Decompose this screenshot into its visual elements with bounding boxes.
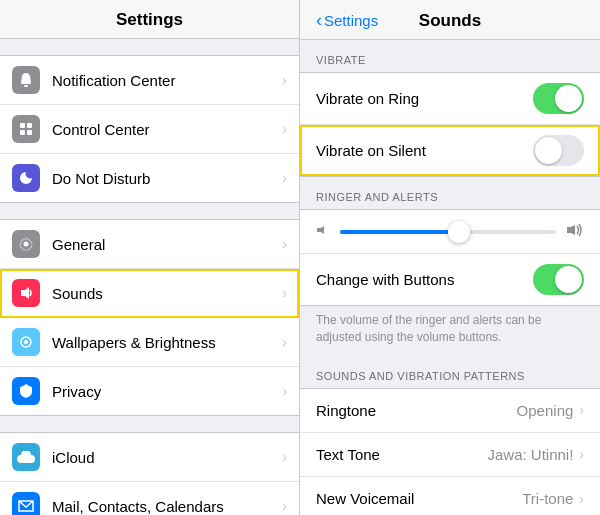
chevron-icon: › (282, 236, 287, 252)
chevron-icon: › (579, 402, 584, 418)
sidebar-item-general[interactable]: General › (0, 220, 299, 269)
svg-marker-7 (21, 287, 29, 299)
general-icon (12, 230, 40, 258)
left-title: Settings (116, 10, 183, 29)
sidebar-item-control-center[interactable]: Control Center › (0, 105, 299, 154)
chevron-icon: › (282, 72, 287, 88)
svg-rect-1 (24, 85, 28, 87)
new-voicemail-value: Tri-tone (522, 490, 573, 507)
icloud-icon (12, 443, 40, 471)
left-panel: Settings Notification Center › (0, 0, 300, 515)
new-voicemail-item[interactable]: New Voicemail Tri-tone › (300, 477, 600, 515)
chevron-icon: › (579, 446, 584, 462)
vibrate-silent-toggle[interactable] (533, 135, 584, 166)
volume-low-icon (316, 223, 330, 240)
slider-thumb (448, 221, 470, 243)
icloud-label: iCloud (52, 449, 282, 466)
sounds-icon (12, 279, 40, 307)
text-tone-label: Text Tone (316, 446, 487, 463)
privacy-label: Privacy (52, 383, 282, 400)
vibrate-silent-item: Vibrate on Silent (300, 125, 600, 176)
vibrate-ring-label: Vibrate on Ring (316, 90, 533, 107)
patterns-group: Ringtone Opening › Text Tone Jawa: Utinn… (300, 388, 600, 515)
settings-group-2: General › Sounds › Wallpapers & Brightne… (0, 219, 299, 416)
mail-label: Mail, Contacts, Calendars (52, 498, 282, 515)
sidebar-item-sounds[interactable]: Sounds › (0, 269, 299, 318)
vibrate-group: Vibrate on Ring Vibrate on Silent (300, 72, 600, 177)
toggle-knob (535, 137, 562, 164)
settings-group-3: iCloud › Mail, Contacts, Calendars › (0, 432, 299, 515)
text-tone-value: Jawa: Utinni! (487, 446, 573, 463)
vibrate-ring-toggle[interactable] (533, 83, 584, 114)
ringtone-item[interactable]: Ringtone Opening › (300, 389, 600, 433)
sidebar-item-notification-center[interactable]: Notification Center › (0, 56, 299, 105)
vibrate-silent-label: Vibrate on Silent (316, 142, 533, 159)
sounds-label: Sounds (52, 285, 282, 302)
notification-center-icon (12, 66, 40, 94)
svg-marker-16 (567, 225, 575, 235)
ringer-section-label: RINGER AND ALERTS (300, 177, 600, 209)
settings-group-1: Notification Center › Control Center › (0, 55, 299, 203)
privacy-icon (12, 377, 40, 405)
vibrate-section-label: VIBRATE (300, 40, 600, 72)
mail-icon (12, 492, 40, 515)
left-header: Settings (0, 0, 299, 39)
toggle-knob (555, 85, 582, 112)
chevron-icon: › (579, 491, 584, 507)
sidebar-item-icloud[interactable]: iCloud › (0, 433, 299, 482)
wallpapers-icon (12, 328, 40, 356)
new-voicemail-label: New Voicemail (316, 490, 522, 507)
control-center-label: Control Center (52, 121, 282, 138)
right-title: Sounds (419, 11, 481, 31)
slider-fill (340, 230, 459, 234)
chevron-icon: › (282, 383, 287, 399)
svg-point-9 (24, 340, 28, 344)
chevron-icon: › (282, 334, 287, 350)
ringtone-label: Ringtone (316, 402, 517, 419)
svg-rect-2 (20, 123, 25, 128)
svg-point-6 (24, 242, 29, 247)
svg-rect-5 (27, 130, 32, 135)
svg-rect-3 (27, 123, 32, 128)
chevron-icon: › (282, 285, 287, 301)
ringer-helper-text: The volume of the ringer and alerts can … (300, 306, 600, 356)
chevron-icon: › (282, 121, 287, 137)
back-chevron-icon: ‹ (316, 10, 322, 31)
back-button[interactable]: ‹ Settings (316, 10, 378, 31)
right-header: ‹ Settings Sounds (300, 0, 600, 40)
svg-rect-0 (21, 82, 31, 84)
general-label: General (52, 236, 282, 253)
sidebar-item-mail[interactable]: Mail, Contacts, Calendars › (0, 482, 299, 515)
wallpapers-label: Wallpapers & Brightness (52, 334, 282, 351)
patterns-section-label: SOUNDS AND VIBRATION PATTERNS (300, 356, 600, 388)
change-with-buttons-toggle[interactable] (533, 264, 584, 295)
ringtone-value: Opening (517, 402, 574, 419)
volume-slider-row (300, 210, 600, 254)
svg-marker-15 (317, 226, 324, 234)
do-not-disturb-icon (12, 164, 40, 192)
sidebar-item-privacy[interactable]: Privacy › (0, 367, 299, 415)
change-with-buttons-label: Change with Buttons (316, 271, 533, 288)
right-panel: ‹ Settings Sounds VIBRATE Vibrate on Rin… (300, 0, 600, 515)
text-tone-item[interactable]: Text Tone Jawa: Utinni! › (300, 433, 600, 477)
control-center-icon (12, 115, 40, 143)
do-not-disturb-label: Do Not Disturb (52, 170, 282, 187)
volume-high-icon (566, 221, 584, 242)
sidebar-item-wallpapers[interactable]: Wallpapers & Brightness › (0, 318, 299, 367)
chevron-icon: › (282, 449, 287, 465)
sidebar-item-do-not-disturb[interactable]: Do Not Disturb › (0, 154, 299, 202)
svg-rect-4 (20, 130, 25, 135)
back-label: Settings (324, 12, 378, 29)
ringer-group: Change with Buttons (300, 209, 600, 306)
volume-slider-track[interactable] (340, 230, 556, 234)
change-with-buttons-item: Change with Buttons (300, 254, 600, 305)
notification-center-label: Notification Center (52, 72, 282, 89)
toggle-knob (555, 266, 582, 293)
chevron-icon: › (282, 498, 287, 514)
chevron-icon: › (282, 170, 287, 186)
vibrate-ring-item: Vibrate on Ring (300, 73, 600, 125)
